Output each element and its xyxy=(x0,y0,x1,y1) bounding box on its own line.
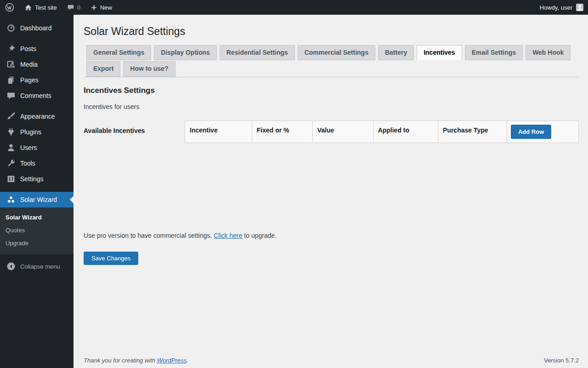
tools-icon xyxy=(6,159,16,168)
sidebar-item-users[interactable]: Users xyxy=(0,140,74,155)
sidebar-item-media[interactable]: Media xyxy=(0,57,74,72)
wordpress-logo-menu[interactable] xyxy=(0,0,19,15)
submenu-item-upgrade[interactable]: Upgrade xyxy=(0,237,74,250)
posts-icon xyxy=(6,44,16,53)
footer: Thank you for creating with WordPress. V… xyxy=(84,357,579,364)
sidebar-item-label: Plugins xyxy=(20,128,41,136)
tab-incentives[interactable]: Incentives xyxy=(417,45,462,60)
collapse-arrow-icon xyxy=(6,262,16,271)
sidebar-item-label: Settings xyxy=(20,175,44,183)
footer-thanks-text: Thank you for creating with xyxy=(84,357,157,364)
menu-separator xyxy=(0,36,74,41)
solar-wizard-submenu: Solar Wizard Quotes Upgrade xyxy=(0,207,74,254)
users-icon xyxy=(6,143,16,152)
sidebar-item-label: Pages xyxy=(20,76,39,84)
footer-thanks-period: . xyxy=(187,357,188,364)
howdy-label: Howdy, user xyxy=(540,4,572,11)
incentives-table: Incentive Fixed or % Value Applied to Pu… xyxy=(185,121,579,143)
upgrade-note-suffix: to upgrade. xyxy=(242,232,277,239)
appearance-icon xyxy=(6,112,16,121)
home-icon xyxy=(24,4,32,12)
collapse-menu-button[interactable]: Collapse menu xyxy=(0,259,74,274)
menu-separator xyxy=(0,187,74,192)
tab-commercial-settings[interactable]: Commercial Settings xyxy=(298,45,375,60)
pages-icon xyxy=(6,75,16,85)
column-header-purchase-type: Purchase Type xyxy=(438,121,507,143)
dashboard-icon xyxy=(6,23,16,33)
wordpress-icon xyxy=(5,3,14,12)
new-label: New xyxy=(100,4,112,11)
sidebar-menu-group-content: Posts Media Pages Comments xyxy=(0,41,74,104)
tab-residential-settings[interactable]: Residential Settings xyxy=(220,45,295,60)
sidebar-item-label: Media xyxy=(20,61,38,68)
admin-bar-left: Test site 0 New xyxy=(0,0,117,15)
available-incentives-row: Available Incentives Incentive Fixed or … xyxy=(84,121,579,143)
new-content-menu[interactable]: New xyxy=(85,0,117,15)
save-changes-button[interactable]: Save Changes xyxy=(84,252,138,265)
tab-web-hook[interactable]: Web Hook xyxy=(526,45,571,60)
plugins-icon xyxy=(6,127,16,137)
sidebar-item-label: Users xyxy=(20,144,37,151)
tab-export[interactable]: Export xyxy=(86,61,120,76)
avatar xyxy=(576,4,583,11)
column-header-incentive: Incentive xyxy=(185,121,252,143)
submenu-item-quotes[interactable]: Quotes xyxy=(0,224,74,237)
comment-bubble-icon xyxy=(67,4,74,11)
site-name-link[interactable]: Test site xyxy=(19,0,62,15)
sidebar-item-label: Appearance xyxy=(20,113,55,120)
incentives-table-header-row: Incentive Fixed or % Value Applied to Pu… xyxy=(185,121,579,143)
column-header-value: Value xyxy=(312,121,373,143)
sidebar-item-settings[interactable]: Settings xyxy=(0,171,74,187)
available-incentives-label: Available Incentives xyxy=(84,121,185,143)
section-heading: Incentives Settings xyxy=(84,86,579,95)
sidebar-item-posts[interactable]: Posts xyxy=(0,41,74,57)
tab-general-settings[interactable]: General Settings xyxy=(86,45,151,60)
settings-icon xyxy=(6,174,16,184)
site-name-label: Test site xyxy=(35,4,57,11)
sidebar-menu-group-admin: Appearance Plugins Users Tools Settings xyxy=(0,109,74,187)
sidebar-item-solar-wizard[interactable]: Solar Wizard xyxy=(0,192,74,207)
sidebar-item-plugins[interactable]: Plugins xyxy=(0,124,74,140)
upgrade-link[interactable]: Click here xyxy=(214,232,242,239)
admin-bar: Test site 0 New Howdy, user xyxy=(0,0,588,15)
upgrade-note: Use pro version to have commercial setti… xyxy=(84,232,579,239)
comments-shortcut[interactable]: 0 xyxy=(62,0,85,15)
tab-display-options[interactable]: Display Options xyxy=(154,45,217,60)
collapse-menu-label: Collapse menu xyxy=(20,263,60,270)
account-menu[interactable]: Howdy, user xyxy=(540,0,588,15)
page-title: Solar Wizard Settings xyxy=(84,15,579,39)
menu-separator xyxy=(0,104,74,109)
submenu-item-solar-wizard[interactable]: Solar Wizard xyxy=(0,211,74,224)
main-content: Solar Wizard Settings General Settings D… xyxy=(74,15,588,368)
sidebar-menu-group-dashboard: Dashboard xyxy=(0,20,74,36)
tab-how-to-use[interactable]: How to use? xyxy=(123,61,175,76)
solar-wizard-icon xyxy=(6,195,16,204)
plus-icon xyxy=(90,4,97,11)
comments-count: 0 xyxy=(77,4,80,11)
add-row-cell: Add Row xyxy=(507,121,578,143)
settings-tab-bar: General Settings Display Options Residen… xyxy=(84,45,579,77)
tab-email-settings[interactable]: Email Settings xyxy=(465,45,523,60)
section-description: Incentives for users xyxy=(84,103,579,110)
version-label: Version 5.7.2 xyxy=(544,357,579,364)
sidebar-item-label: Tools xyxy=(20,160,35,167)
sidebar-item-label: Posts xyxy=(20,45,36,52)
sidebar-item-pages[interactable]: Pages xyxy=(0,72,74,88)
sidebar-item-tools[interactable]: Tools xyxy=(0,155,74,171)
sidebar-item-label: Solar Wizard xyxy=(20,196,57,203)
column-header-fixed-or: Fixed or % xyxy=(252,121,312,143)
sidebar-item-comments[interactable]: Comments xyxy=(0,88,74,104)
sidebar-item-label: Comments xyxy=(20,92,51,99)
media-icon xyxy=(6,60,16,69)
admin-sidebar: Dashboard Posts Media Pages Comments xyxy=(0,15,74,368)
wordpress-link[interactable]: WordPress xyxy=(157,357,187,364)
sidebar-item-dashboard[interactable]: Dashboard xyxy=(0,20,74,36)
comments-icon xyxy=(6,91,16,100)
column-header-applied-to: Applied to xyxy=(373,121,438,143)
sidebar-item-appearance[interactable]: Appearance xyxy=(0,109,74,124)
upgrade-note-text: Use pro version to have commercial setti… xyxy=(84,232,214,239)
footer-thanks: Thank you for creating with WordPress. xyxy=(84,357,188,364)
sidebar-item-label: Dashboard xyxy=(20,24,52,32)
add-row-button[interactable]: Add Row xyxy=(511,125,551,139)
tab-battery[interactable]: Battery xyxy=(378,45,414,60)
